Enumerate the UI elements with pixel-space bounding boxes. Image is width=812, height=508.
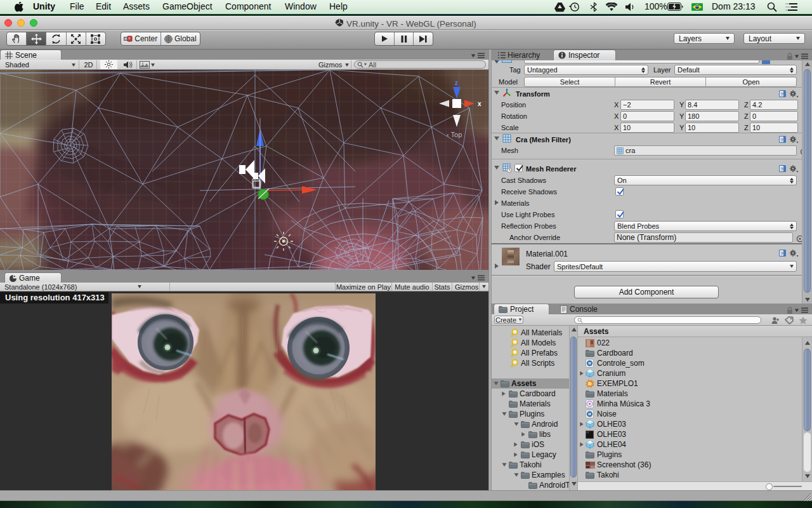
svg-text:?: ? <box>780 166 783 172</box>
svg-text:?: ? <box>780 137 783 143</box>
svg-text:x: x <box>478 100 481 107</box>
svg-text:z: z <box>455 79 458 86</box>
svg-text:?: ? <box>780 91 783 97</box>
svg-text:‹ Top: ‹ Top <box>447 131 462 138</box>
svg-text:?: ? <box>780 251 783 257</box>
